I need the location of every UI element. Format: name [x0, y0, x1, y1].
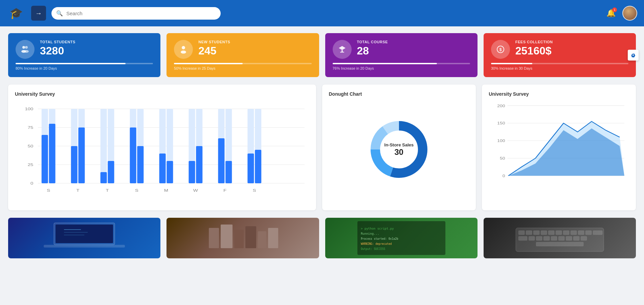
- svg-text:Process started: 0x1a2b: Process started: 0x1a2b: [361, 237, 398, 240]
- svg-rect-8: [340, 52, 344, 53]
- svg-text:75: 75: [28, 125, 34, 130]
- svg-rect-30: [101, 172, 107, 183]
- main-content: TOTAL STUDENTS 3280 80% Increase in 20 D…: [0, 26, 644, 265]
- image-laptop: [8, 218, 160, 258]
- svg-rect-110: [551, 236, 557, 240]
- svg-rect-103: [578, 231, 584, 235]
- svg-rect-84: [234, 230, 244, 248]
- svg-point-4: [182, 46, 185, 49]
- area-chart-area: 200 150 100 50 0: [489, 102, 629, 197]
- svg-rect-105: [593, 231, 602, 235]
- stat-card-new-students: NEW STUDENTS 245 50% Increase in 25 Days: [166, 33, 319, 77]
- svg-point-3: [24, 50, 29, 53]
- stat-foot-students: 80% Increase in 20 Days: [16, 66, 153, 70]
- stat-bar-students: 80% Increase in 20 Days: [16, 63, 153, 70]
- svg-rect-102: [571, 231, 577, 235]
- bar-chart-title: University Survey: [15, 91, 309, 97]
- svg-rect-46: [218, 138, 224, 183]
- svg-rect-22: [42, 135, 48, 183]
- gear-button[interactable]: [628, 50, 639, 61]
- svg-point-1: [25, 46, 28, 49]
- svg-text:50: 50: [28, 144, 34, 148]
- svg-rect-38: [159, 154, 166, 183]
- stat-info-new: NEW STUDENTS 245: [198, 40, 311, 56]
- svg-rect-77: [55, 225, 113, 243]
- svg-rect-97: [533, 231, 539, 235]
- stat-label-course: TOTAL COURSE: [357, 40, 470, 44]
- donut-center-title: In-Store Sales: [384, 142, 414, 147]
- svg-rect-100: [556, 231, 562, 235]
- svg-rect-113: [573, 236, 579, 240]
- stat-card-total-course: TOTAL COURSE 28 76% Increase in 20 Days: [325, 33, 478, 77]
- stat-foot-fees: 30% Increase in 30 Days: [491, 66, 628, 70]
- svg-rect-109: [543, 236, 550, 240]
- svg-rect-95: [518, 231, 525, 235]
- image-card-books: [166, 218, 319, 258]
- svg-text:150: 150: [497, 121, 505, 125]
- svg-rect-104: [585, 231, 592, 235]
- svg-rect-42: [189, 161, 195, 183]
- avatar[interactable]: [622, 6, 637, 21]
- svg-rect-32: [108, 161, 114, 183]
- svg-text:100: 100: [497, 139, 505, 143]
- stat-icon-fees: $: [491, 40, 510, 59]
- image-card-code: > python script.py Running... Process st…: [325, 218, 478, 258]
- notification-badge: 1: [612, 7, 617, 12]
- svg-rect-99: [548, 231, 554, 235]
- svg-rect-86: [258, 231, 266, 248]
- arrow-right-icon: →: [35, 9, 42, 17]
- svg-text:Output: SUCCESS: Output: SUCCESS: [361, 248, 385, 251]
- svg-point-5: [181, 51, 186, 54]
- svg-text:M: M: [164, 188, 168, 193]
- svg-text:T: T: [106, 188, 109, 193]
- svg-rect-101: [563, 231, 569, 235]
- svg-text:100: 100: [25, 107, 33, 111]
- search-bar: 🔍: [51, 7, 221, 20]
- image-books: [166, 218, 319, 258]
- donut-center-label: In-Store Sales 30: [384, 142, 414, 157]
- svg-marker-6: [339, 46, 346, 50]
- logo: 🎓: [7, 4, 26, 23]
- svg-rect-87: [268, 228, 278, 248]
- notification-bell[interactable]: 🔔 1: [606, 9, 616, 18]
- svg-rect-106: [518, 236, 527, 240]
- svg-rect-111: [558, 236, 564, 240]
- svg-text:0: 0: [30, 181, 33, 186]
- svg-point-0: [22, 46, 25, 49]
- svg-rect-34: [130, 127, 136, 183]
- stat-value-fees: 25160$: [515, 45, 628, 56]
- stat-card-fees: $ FEES COLLECTION 25160$ 30% Increase in…: [484, 33, 636, 77]
- stat-value-new: 245: [198, 45, 311, 56]
- image-keyboard: [484, 218, 636, 258]
- app-header: 🎓 → 🔍 🔔 1: [0, 0, 644, 26]
- nav-arrow-button[interactable]: →: [31, 6, 46, 21]
- svg-text:$: $: [499, 47, 502, 52]
- svg-rect-108: [536, 236, 542, 240]
- svg-rect-52: [255, 150, 261, 183]
- svg-text:50: 50: [500, 157, 505, 161]
- svg-rect-83: [221, 225, 232, 248]
- image-card-keyboard: [484, 218, 636, 258]
- svg-rect-78: [44, 245, 125, 248]
- svg-text:Running...: Running...: [361, 232, 379, 235]
- svg-text:S: S: [47, 188, 50, 193]
- search-input[interactable]: [51, 7, 221, 20]
- svg-rect-98: [541, 231, 547, 235]
- svg-rect-85: [245, 226, 256, 248]
- area-chart-card: University Survey 200 150 100 50 0: [482, 85, 636, 210]
- stat-info-fees: FEES COLLECTION 25160$: [515, 40, 628, 56]
- logo-icon: 🎓: [9, 7, 23, 20]
- area-chart-svg: 200 150 100 50 0: [489, 102, 629, 197]
- svg-text:S: S: [253, 188, 256, 193]
- svg-text:200: 200: [497, 104, 505, 108]
- stat-icon-students: [16, 40, 35, 59]
- bar-chart-svg: 100 75 50 25 0: [15, 102, 309, 204]
- svg-rect-82: [209, 228, 219, 248]
- svg-text:0: 0: [503, 174, 505, 178]
- stat-label-students: TOTAL STUDENTS: [40, 40, 153, 44]
- bar-chart-card: University Survey 100 75 50 25 0: [8, 85, 316, 210]
- stat-card-total-students: TOTAL STUDENTS 3280 80% Increase in 20 D…: [8, 33, 160, 77]
- svg-rect-40: [166, 161, 173, 183]
- image-code: > python script.py Running... Process st…: [325, 218, 478, 258]
- stat-label-new: NEW STUDENTS: [198, 40, 311, 44]
